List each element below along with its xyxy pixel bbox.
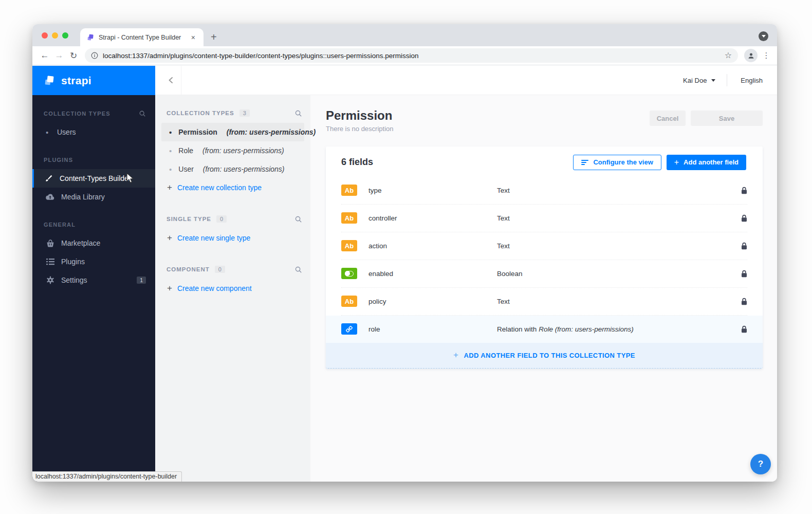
main-content: Permission There is no description Cance… [310, 95, 777, 482]
sidebar-section-collection-types: COLLECTION TYPES • Users [32, 108, 155, 141]
sidebar-item-marketplace[interactable]: Marketplace [32, 234, 155, 252]
sidebar-item-settings[interactable]: Settings 1 [32, 271, 155, 289]
sidebar-item-label: Media Library [61, 193, 105, 201]
lock-icon [741, 242, 747, 250]
field-name: action [368, 242, 497, 250]
configure-view-button[interactable]: Configure the view [573, 155, 661, 170]
tab-close-icon[interactable]: × [189, 33, 197, 42]
add-another-field-button[interactable]: + Add another field [667, 155, 746, 170]
field-row: Ab action Text [326, 232, 763, 260]
add-field-banner[interactable]: + ADD ANOTHER FIELD TO THIS COLLECTION T… [326, 343, 763, 369]
create-component-link[interactable]: + Create new component [161, 279, 304, 298]
back-icon[interactable]: ← [38, 50, 52, 61]
desktop: { "icons": { "back_arrow": "←", "forward… [0, 0, 812, 514]
field-name: policy [368, 298, 497, 305]
user-name: Kai Doe [683, 77, 707, 84]
cancel-button[interactable]: Cancel [650, 111, 686, 126]
plus-icon: + [167, 182, 172, 193]
address-bar[interactable]: localhost:1337/admin/plugins/content-typ… [85, 48, 738, 63]
sidebar-item-label: Content-Types Builder [60, 174, 131, 182]
chevron-down-icon [762, 35, 766, 38]
field-type: Text [497, 214, 510, 222]
fields-count: 6 fields [341, 157, 373, 168]
bookmark-star-icon[interactable]: ☆ [725, 51, 732, 60]
minimize-window-button[interactable] [52, 32, 58, 39]
reload-icon[interactable]: ↻ [66, 50, 81, 61]
field-row: Ab controller Text [326, 205, 763, 232]
collection-type-item[interactable]: • Permission (from: users-permissions) [161, 123, 304, 141]
plus-icon: + [167, 283, 172, 293]
field-type: Text [497, 298, 510, 305]
bullet-icon: • [169, 165, 172, 174]
strapi-admin-viewport: strapi Kai Doe English COLL [32, 66, 777, 482]
sidebar-section-general: GENERAL Marketplace [32, 219, 155, 289]
new-tab-button[interactable]: + [211, 32, 217, 42]
group-count-badge: 0 [215, 266, 225, 273]
section-label: PLUGINS [44, 157, 146, 163]
sidebar-item-label: Users [57, 128, 76, 136]
sidebar-item-content-types-builder[interactable]: Content-Types Builder [32, 169, 155, 188]
text-field-icon: Ab [341, 240, 357, 251]
paintbrush-icon [44, 174, 53, 182]
save-button[interactable]: Save [691, 111, 763, 126]
help-button[interactable]: ? [750, 454, 771, 474]
search-icon[interactable] [294, 266, 302, 273]
zoom-window-button[interactable] [62, 32, 68, 39]
search-icon[interactable] [294, 109, 302, 117]
language-selector[interactable]: English [727, 77, 763, 84]
strapi-logo-icon [44, 75, 56, 87]
search-icon[interactable] [139, 110, 146, 117]
field-type: Boolean [497, 270, 523, 278]
create-link-label: Create new component [177, 284, 252, 292]
create-link-label: Create new single type [177, 234, 250, 242]
sidebar-item-plugins[interactable]: Plugins [32, 252, 155, 271]
bullet-icon: • [46, 128, 50, 137]
browser-tab[interactable]: Strapi - Content Type Builder × [80, 28, 204, 46]
sidebar-item-label: Marketplace [61, 239, 100, 247]
sidebar-item-label: Settings [61, 276, 87, 284]
chevron-left-icon [167, 76, 176, 85]
browser-menu-icon[interactable]: ⋮ [761, 51, 772, 60]
header-right-controls: Kai Doe English [683, 74, 777, 86]
field-type: Text [497, 187, 510, 194]
lock-icon [741, 187, 747, 194]
strapi-logo[interactable]: strapi [32, 66, 155, 95]
basket-icon [46, 240, 54, 247]
fields-list: Ab type Text [326, 177, 763, 343]
close-window-button[interactable] [42, 32, 48, 39]
collection-type-name: User [178, 165, 194, 173]
field-row: role Relation withRole (from: users-perm… [326, 316, 763, 343]
plus-icon: + [453, 350, 458, 360]
relation-field-icon [341, 323, 357, 335]
tab-search-button[interactable] [759, 31, 768, 41]
cloud-upload-icon [46, 193, 54, 200]
forward-icon[interactable]: → [52, 50, 66, 61]
add-field-banner-label: ADD ANOTHER FIELD TO THIS COLLECTION TYP… [464, 352, 635, 359]
page-subtitle: There is no description [326, 125, 394, 133]
group-label: COMPONENT [167, 266, 210, 272]
back-chevron-button[interactable] [167, 76, 176, 85]
create-single-type-link[interactable]: + Create new single type [161, 229, 304, 247]
person-icon [747, 52, 755, 60]
lock-icon [741, 214, 747, 222]
sidebar-item-users[interactable]: • Users [32, 123, 155, 141]
search-icon[interactable] [294, 215, 302, 223]
browser-profile-avatar[interactable] [744, 49, 758, 62]
add-field-label: Add another field [684, 158, 739, 166]
collection-type-suffix: (from: users-permissions) [227, 128, 316, 136]
sidebar-item-media-library[interactable]: Media Library [32, 188, 155, 206]
collection-type-list: • Permission (from: users-permissions) •… [161, 123, 304, 178]
create-collection-type-link[interactable]: + Create new collection type [161, 178, 304, 197]
user-menu[interactable]: Kai Doe [683, 77, 727, 84]
sliders-icon [581, 159, 588, 166]
collection-type-item[interactable]: • Role (from: users-permissions) [161, 141, 304, 160]
group-label: COLLECTION TYPES [167, 110, 234, 116]
field-name: type [368, 187, 497, 194]
field-type: Text [497, 242, 510, 250]
bullet-icon: • [169, 128, 172, 137]
page-title: Permission [326, 108, 394, 123]
collection-type-item[interactable]: • User (from: users-permissions) [161, 160, 304, 178]
configure-view-label: Configure the view [593, 158, 653, 166]
site-info-icon[interactable] [91, 52, 98, 59]
plus-icon: + [167, 233, 172, 243]
